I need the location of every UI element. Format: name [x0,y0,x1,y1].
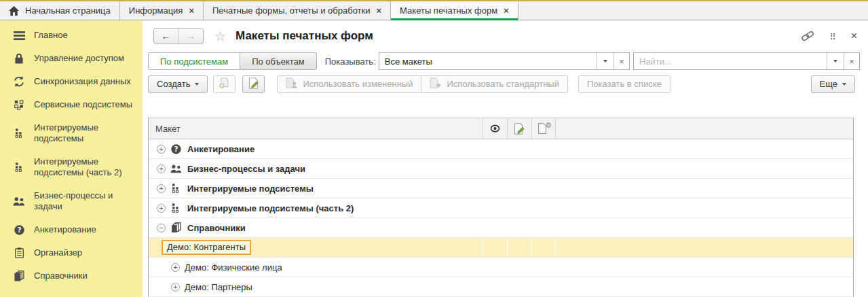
expand-icon[interactable]: + [171,283,180,292]
favorite-star-icon[interactable]: ☆ [214,30,226,43]
row-label: Демо: Контрагенты [167,242,246,252]
use-modified-button[interactable]: Использовать измененный [277,75,421,93]
back-button[interactable]: ← [154,29,178,43]
create-button[interactable]: Создать [148,75,208,93]
close-tab-icon[interactable]: × [377,6,382,15]
sidebar-item-label: Интегрируемые подсистемы [34,122,137,144]
table-row[interactable]: +Интегрируемые подсистемы [149,179,853,198]
table-row[interactable]: Демо: Контрагенты [149,238,853,258]
sidebar-item-7[interactable]: ?Анкетирование [0,218,143,241]
sidebar-item-6[interactable]: Бизнес-процессы и задачи [0,184,143,218]
edit-template-button[interactable] [242,75,265,93]
table-row[interactable]: −Справочники [149,218,853,238]
toolbar: Создать Использовать измененный Использо… [148,75,855,93]
close-tab-icon[interactable]: × [189,6,194,15]
more-dropdown-icon [842,83,846,86]
sidebar-item-4[interactable]: Интегрируемые подсистемы [0,116,143,150]
selected-cell: Демо: Контрагенты [162,240,251,255]
add-template-button[interactable] [213,75,235,93]
row-filler [555,179,853,198]
by-subsystems-button[interactable]: По подсистемам [148,52,240,70]
edit-document-icon[interactable] [507,118,531,139]
books-icon [12,270,26,281]
kebab-menu-icon[interactable] [831,33,835,39]
row-cell [531,179,555,198]
close-icon[interactable]: × [851,30,857,42]
sidebar-item-label: Анкетирование [34,224,96,235]
table-row[interactable]: +?Анкетирование [149,139,853,159]
tab-1[interactable]: Информация× [120,1,204,20]
expand-icon[interactable]: + [157,145,166,154]
row-filler [555,258,853,277]
sidebar-item-label: Справочники [34,270,88,281]
tab-3[interactable]: Макеты печатных форм× [391,1,518,20]
row-label: Интегрируемые подсистемы [187,184,314,194]
sidebar-item-3[interactable]: Сервисные подсистемы [0,93,143,116]
search-clear-icon[interactable]: × [844,53,859,69]
show-filter-clear-icon[interactable]: × [614,53,629,69]
collapse-icon[interactable]: − [157,224,166,232]
svg-text:?: ? [174,145,178,153]
expand-icon[interactable]: + [157,164,166,173]
use-standard-button[interactable]: Использовать стандартный [421,75,568,93]
row-label: Анкетирование [187,144,254,154]
tab-2[interactable]: Печатные формы, отчеты и обработки× [204,1,391,20]
sidebar-item-label: Управление доступом [34,53,124,64]
search-dropdown-icon[interactable] [827,53,844,69]
eye-icon[interactable] [483,118,507,139]
home-icon [9,6,19,16]
row-cell [507,179,531,198]
tab-label: Начальная страница [25,5,111,16]
row-cell [483,198,507,217]
by-objects-button[interactable]: По объектам [240,52,317,70]
show-filter-dropdown-icon[interactable] [597,53,614,69]
filter-row: По подсистемам По объектам Показывать: В… [148,52,860,70]
search-input[interactable] [639,56,821,67]
app-window: Начальная страницаИнформация×Печатные фо… [0,0,868,297]
sidebar-item-8[interactable]: Органайзер [0,241,143,264]
column-header-maket[interactable]: Макет [149,118,483,139]
close-tab-icon[interactable]: × [504,6,509,15]
service-icon [12,100,26,110]
table-row[interactable]: +Бизнес-процессы и задачи [149,159,853,179]
row-cell [483,139,507,158]
tab-label: Макеты печатных форм [400,5,497,16]
sidebar-item-2[interactable]: Синхронизация данных [0,70,143,93]
row-cell [531,139,555,158]
show-in-list-button[interactable]: Показать в списке [578,75,671,93]
row-cell [483,238,507,257]
table-row[interactable]: +Интегрируемые подсистемы (часть 2) [149,198,853,218]
menu-icon [12,31,26,40]
row-filler [555,218,853,237]
forward-button[interactable]: → [178,29,203,43]
create-dropdown-icon [195,83,199,86]
expand-icon[interactable]: + [171,263,180,272]
table-body: +?Анкетирование+Бизнес-процессы и задачи… [149,139,853,297]
table-row[interactable]: +Демо: Партнеры [149,277,853,297]
sidebar-item-0[interactable]: Главное [0,24,143,47]
row-filler [555,277,853,296]
subsystem-icon [12,128,26,138]
show-filter-combobox: Все макеты × [379,52,630,70]
use-standard-icon [430,77,442,90]
row-label: Бизнес-процессы и задачи [187,164,305,174]
row-filler [555,238,853,257]
books-icon [170,222,182,233]
table-row[interactable]: +Демо: Физические лица [149,258,853,277]
sidebar-item-label: Органайзер [34,247,82,258]
sidebar-item-9[interactable]: Справочники [0,264,143,287]
tab-home[interactable]: Начальная страница [0,1,120,20]
link-icon[interactable] [801,31,814,41]
subsystem-icon [170,203,182,213]
sidebar-item-5[interactable]: Интегрируемые подсистемы (часть 2) [0,150,143,184]
more-button[interactable]: Еще [811,75,855,93]
row-cell [531,238,555,257]
sidebar-item-1[interactable]: Управление доступом [0,47,143,70]
expand-icon[interactable]: + [157,204,166,213]
expand-icon[interactable]: + [157,184,166,193]
show-filter-value[interactable]: Все макеты [379,53,597,69]
row-cell [483,258,507,277]
tab-label: Печатные формы, отчеты и обработки [212,5,371,16]
row-label: Интегрируемые подсистемы (часть 2) [187,203,354,213]
document-settings-icon[interactable]: ⚙ [531,118,555,139]
